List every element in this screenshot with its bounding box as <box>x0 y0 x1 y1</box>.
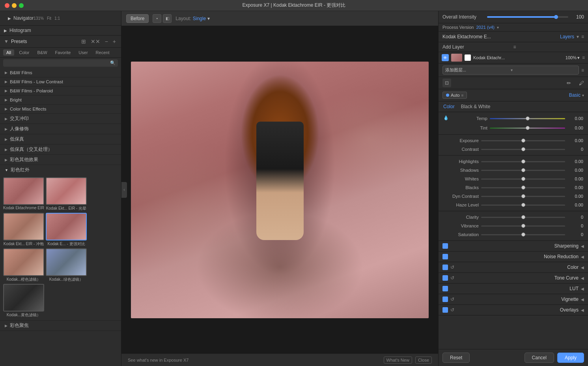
layer-visibility-toggle[interactable]: 👁 <box>442 54 449 61</box>
dyn-contrast-slider[interactable] <box>481 193 565 199</box>
group-arrow-bright: ▶ <box>5 98 7 102</box>
highlights-value: 0.00 <box>567 159 583 164</box>
before-button[interactable]: Before <box>126 14 149 23</box>
contrast-slider[interactable] <box>481 146 565 152</box>
saturation-slider[interactable] <box>481 232 565 237</box>
tab-bw[interactable]: B&W <box>34 49 50 56</box>
add-layer-row[interactable]: Add Layer ≡ <box>439 42 588 52</box>
preset-thumb-orange[interactable]: Kodak...橙色滤镜） <box>3 248 44 282</box>
preset-group-header-bright[interactable]: ▶ Bright <box>0 96 121 104</box>
preset-group-bright: ▶ Bright <box>0 96 121 105</box>
tab-user[interactable]: User <box>75 49 91 56</box>
group-arrow-locross: ▶ <box>5 148 7 152</box>
layer-opacity-value: 100% <box>566 55 577 60</box>
preset-group-header-cross[interactable]: ▶ 交叉冲印 <box>0 114 121 124</box>
preset-group-header-lo[interactable]: ▶ 低保真 <box>0 134 121 144</box>
color-arrow-icon: ◀ <box>581 265 584 270</box>
crop-tool[interactable]: ⊡ <box>442 79 451 87</box>
list-icon[interactable]: ✕✕ <box>90 38 101 45</box>
basic-section-label[interactable]: Basic ▾ <box>569 92 584 98</box>
preset-thumb-eir[interactable]: Kodak Ektachrome EIR <box>3 177 44 211</box>
navigator-header[interactable]: ▶ Navigator 131% Fit 1:1 <box>4 13 64 23</box>
preset-group-header-infrared[interactable]: ▼ 彩色红外 <box>0 165 121 175</box>
add-layer-dropdown[interactable]: 添加图层... ▾ <box>442 66 579 75</box>
color-section-toggle[interactable]: ↺ Color ◀ <box>439 262 588 273</box>
noise-reduction-section-toggle[interactable]: Noise Reduction ◀ <box>439 252 588 262</box>
tone-curve-reset-icon[interactable]: ↺ <box>450 275 456 281</box>
pencil-tool[interactable]: ✏ <box>567 80 571 86</box>
tab-favorite[interactable]: Favorite <box>52 49 74 56</box>
color-tab[interactable]: Color <box>443 104 455 109</box>
preset-thumb-eir-glow[interactable]: Kodak Ekt... EIR - 光晕 <box>46 177 87 211</box>
sharpening-toggle-icon <box>442 243 448 249</box>
haze-level-slider[interactable] <box>481 202 565 208</box>
add-layer-label: Add Layer <box>442 44 513 50</box>
preset-group-header-colorother[interactable]: ▶ 彩色其他效果 <box>0 155 121 165</box>
cancel-button[interactable]: Cancel <box>525 353 554 363</box>
eyedropper-icon[interactable]: 💧 <box>443 115 450 122</box>
minimize-window-button[interactable] <box>12 3 17 8</box>
lut-section-toggle[interactable]: LUT ◀ <box>439 283 588 294</box>
clarity-slider[interactable] <box>481 214 565 220</box>
intensity-slider[interactable] <box>487 16 568 18</box>
temp-slider[interactable] <box>490 116 565 121</box>
close-bar-button[interactable]: Close <box>415 357 432 364</box>
preset-thumb-eir-punch[interactable]: Kodak Ekt... EIR - 冲饱 <box>3 213 44 247</box>
layers-menu-icon[interactable]: ▾ <box>577 34 579 39</box>
histogram-header[interactable]: ▶ Histogram <box>0 26 121 35</box>
blacks-slider[interactable] <box>481 185 565 190</box>
preset-group-header-colormisc[interactable]: ▶ Color Misc Effects <box>0 105 121 113</box>
thumb-label-eir-punch: Kodak Ekt... EIR - 冲饱 <box>3 241 44 247</box>
highlights-slider[interactable] <box>481 159 565 164</box>
preset-thumb-yellow[interactable]: Kodak...黄色滤镜） <box>3 284 44 318</box>
exposure-slider[interactable] <box>481 138 565 143</box>
tab-color[interactable]: Color <box>16 49 32 56</box>
layer-more-icon[interactable]: ≡ <box>582 55 585 60</box>
sharpening-section-toggle[interactable]: Sharpening ◀ <box>439 241 588 252</box>
reset-button[interactable]: Reset <box>442 353 470 363</box>
auto-button[interactable]: Auto ≡ <box>442 92 467 99</box>
tab-recent[interactable]: Recent <box>93 49 113 56</box>
view-icon-square[interactable]: ▪ <box>153 14 161 23</box>
color-reset-icon[interactable]: ↺ <box>450 265 456 270</box>
plus-icon[interactable]: + <box>112 38 117 45</box>
layers-options-icon[interactable]: ≡ <box>581 34 584 39</box>
tab-all[interactable]: All <box>3 49 14 56</box>
tint-slider[interactable] <box>490 125 565 131</box>
close-window-button[interactable] <box>5 3 9 8</box>
whats-new-button[interactable]: What's New <box>384 357 412 364</box>
temp-value: 0.00 <box>567 116 583 121</box>
apply-button[interactable]: Apply <box>557 353 584 363</box>
vignette-reset-icon[interactable]: ↺ <box>450 297 456 302</box>
search-input[interactable] <box>6 61 110 66</box>
overlays-section-toggle[interactable]: ↺ Overlays ◀ <box>439 305 588 315</box>
view-icon-split[interactable]: ◧ <box>163 14 172 23</box>
preset-group-header-portrait[interactable]: ▶ 人像修饰 <box>0 124 121 134</box>
left-panel-toggle[interactable]: ‹ <box>121 182 127 198</box>
preset-group-header-colorfocus[interactable]: ▶ 彩色聚焦 <box>0 321 121 330</box>
shadows-slider[interactable] <box>481 167 565 173</box>
overlays-reset-icon[interactable]: ↺ <box>450 307 456 313</box>
preset-group-header-bw-pol[interactable]: ▶ B&W Films - Polaroid <box>0 86 121 95</box>
dropdown-menu-icon[interactable]: ≡ <box>581 68 584 73</box>
layers-button[interactable]: Layers <box>560 34 574 39</box>
minus-icon[interactable]: − <box>104 38 109 45</box>
preset-thumb-green[interactable]: Kodak...绿色滤镜） <box>46 248 87 282</box>
preset-group-header-bw-films[interactable]: ▶ B&W Films <box>0 68 121 77</box>
tone-curve-section-toggle[interactable]: ↺ Tone Curve ◀ <box>439 273 588 283</box>
vignette-section-toggle[interactable]: ↺ Vignette ◀ <box>439 294 588 305</box>
preset-group-header-bw-low[interactable]: ▶ B&W Films - Low Contrast <box>0 77 121 86</box>
preset-group-header-locross[interactable]: ▶ 低保真（交叉处理） <box>0 145 121 154</box>
preset-thumb-eir-contrast[interactable]: Kodak E... - 更强对比 <box>46 213 87 247</box>
brush-tool[interactable]: 🖊 <box>579 80 584 86</box>
whites-slider[interactable] <box>481 176 565 182</box>
process-value[interactable]: 2021 (v4) <box>476 25 494 30</box>
vibrance-slider[interactable] <box>481 223 565 229</box>
info-text: See what's new in Exposure X7 <box>128 358 189 362</box>
bw-tab[interactable]: Black & White <box>461 104 491 109</box>
grid-icon[interactable]: ⊞ <box>80 38 87 45</box>
presets-title-area[interactable]: ▼ Presets <box>4 39 80 44</box>
maximize-window-button[interactable] <box>19 3 24 8</box>
layout-dropdown[interactable]: Layout: Single ▾ <box>175 16 210 21</box>
vibrance-value: 0 <box>567 223 583 228</box>
